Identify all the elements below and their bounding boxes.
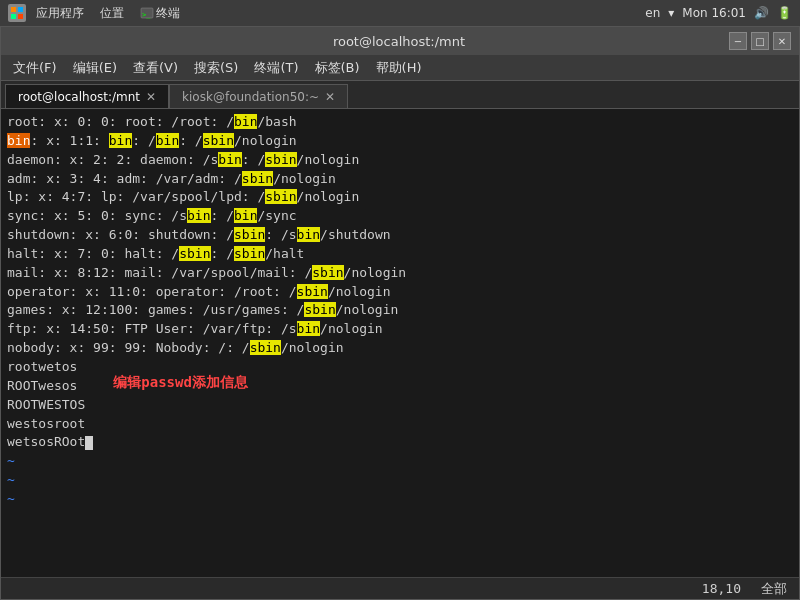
lang-indicator[interactable]: en <box>645 6 660 20</box>
svg-rect-2 <box>11 14 16 19</box>
view-menu[interactable]: 查看(V) <box>125 57 186 79</box>
help-menu[interactable]: 帮助(H) <box>368 57 430 79</box>
line-2: bin: x: 1:1: bin: /bin: /sbin/nologin <box>7 132 793 151</box>
tab-label-2: kiosk@foundation50:~ <box>182 90 319 104</box>
line-13: nobody: x: 99: 99: Nobody: /: /sbin/nolo… <box>7 339 793 358</box>
app-menu[interactable]: 应用程序 <box>30 3 90 24</box>
close-button[interactable]: ✕ <box>773 32 791 50</box>
tab-bar: root@localhost:/mnt ✕ kiosk@foundation50… <box>1 81 799 109</box>
line-17: westosroot <box>7 415 93 434</box>
line-14: rootwetos <box>7 358 93 377</box>
line-4: adm: x: 3: 4: adm: /var/adm: /sbin/nolog… <box>7 170 793 189</box>
line-11: games: x: 12:100: games: /usr/games: /sb… <box>7 301 793 320</box>
minimize-button[interactable]: − <box>729 32 747 50</box>
line-9: mail: x: 8:12: mail: /var/spool/mail: /s… <box>7 264 793 283</box>
terminal-content[interactable]: root: x: 0: 0: root: /root: /bin/bash bi… <box>1 109 799 577</box>
tilde-3: ~ <box>7 490 793 509</box>
clock: Mon 16:01 <box>682 6 746 20</box>
terminal-window: root@localhost:/mnt − □ ✕ 文件(F) 编辑(E) 查看… <box>0 26 800 600</box>
line-16: ROOTWESTOS <box>7 396 93 415</box>
tab-kiosk[interactable]: kiosk@foundation50:~ ✕ <box>169 84 348 108</box>
terminal-sys-menu[interactable]: >_ 终端 <box>134 3 186 24</box>
line-18: wetsosROot <box>7 433 93 452</box>
window-controls: − □ ✕ <box>729 32 791 50</box>
tab-root-mnt[interactable]: root@localhost:/mnt ✕ <box>5 84 169 108</box>
terminal-menu[interactable]: 终端(T) <box>246 57 306 79</box>
title-bar: root@localhost:/mnt − □ ✕ <box>1 27 799 55</box>
line-8: halt: x: 7: 0: halt: /sbin: /sbin/halt <box>7 245 793 264</box>
line-7: shutdown: x: 6:0: shutdown: /sbin: /sbin… <box>7 226 793 245</box>
places-menu[interactable]: 位置 <box>94 3 130 24</box>
battery-icon[interactable]: 🔋 <box>777 6 792 20</box>
svg-text:>_: >_ <box>142 11 151 19</box>
window-title: root@localhost:/mnt <box>69 34 729 49</box>
view-mode: 全部 <box>761 580 787 598</box>
line-12: ftp: x: 14:50: FTP User: /var/ftp: /sbin… <box>7 320 793 339</box>
line-10: operator: x: 11:0: operator: /root: /sbi… <box>7 283 793 302</box>
svg-rect-1 <box>18 7 23 12</box>
tab-close-1[interactable]: ✕ <box>146 90 156 104</box>
app-icon <box>8 4 26 22</box>
line-1: root: x: 0: 0: root: /root: /bin/bash <box>7 113 793 132</box>
tilde-2: ~ <box>7 471 793 490</box>
status-bar: 18,10 全部 <box>1 577 799 599</box>
maximize-button[interactable]: □ <box>751 32 769 50</box>
annotation: 编辑passwd添加信息 <box>113 374 248 390</box>
line-5: lp: x: 4:7: lp: /var/spool/lpd: /sbin/no… <box>7 188 793 207</box>
menu-bar: 文件(F) 编辑(E) 查看(V) 搜索(S) 终端(T) 标签(B) 帮助(H… <box>1 55 799 81</box>
tab-close-2[interactable]: ✕ <box>325 90 335 104</box>
tilde-1: ~ <box>7 452 793 471</box>
search-menu[interactable]: 搜索(S) <box>186 57 246 79</box>
svg-rect-0 <box>11 7 16 12</box>
system-bar: 应用程序 位置 >_ 终端 en ▾ Mon 16:01 🔊 🔋 <box>0 0 800 26</box>
line-15: ROOTwesos <box>7 377 93 396</box>
tab-label-1: root@localhost:/mnt <box>18 90 140 104</box>
line-6: sync: x: 5: 0: sync: /sbin: /bin/sync <box>7 207 793 226</box>
cursor-position: 18,10 <box>702 581 741 596</box>
sys-left: 应用程序 位置 >_ 终端 <box>8 3 186 24</box>
tabs-menu[interactable]: 标签(B) <box>307 57 368 79</box>
edit-menu[interactable]: 编辑(E) <box>65 57 125 79</box>
file-menu[interactable]: 文件(F) <box>5 57 65 79</box>
sys-right: en ▾ Mon 16:01 🔊 🔋 <box>645 6 792 20</box>
volume-icon[interactable]: 🔊 <box>754 6 769 20</box>
line-3: daemon: x: 2: 2: daemon: /sbin: /sbin/no… <box>7 151 793 170</box>
svg-rect-3 <box>18 14 23 19</box>
